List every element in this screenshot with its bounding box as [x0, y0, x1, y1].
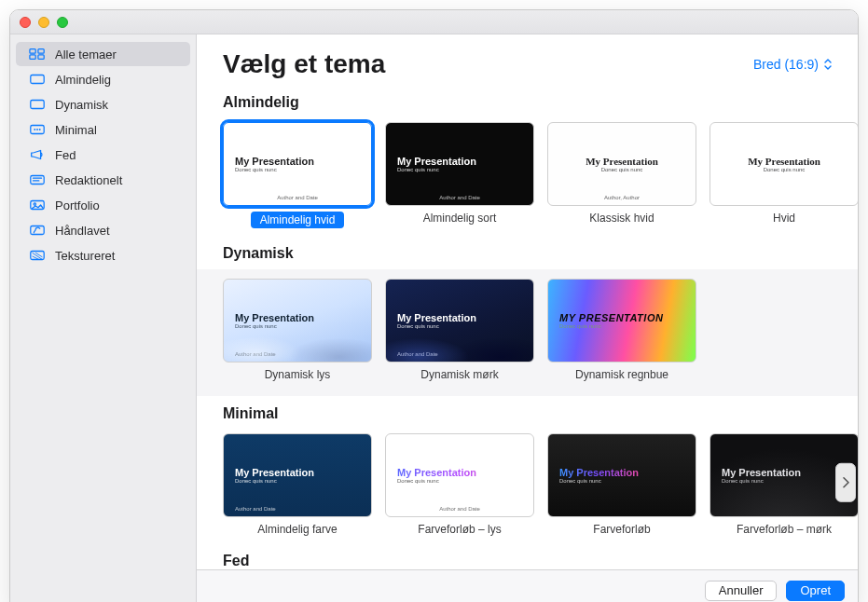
sidebar-item-dynamisk[interactable]: Dynamisk: [16, 92, 190, 116]
section-heading: Fed: [197, 543, 858, 569]
theme-name-label: Almindelig farve: [257, 523, 337, 536]
theme-thumbnail[interactable]: My PresentationDonec quis nuncAuthor and…: [385, 433, 534, 517]
theme-row: My PresentationDonec quis nuncAuthor and…: [197, 430, 858, 543]
themes-scroll-area[interactable]: AlmindeligMy PresentationDonec quis nunc…: [197, 85, 858, 569]
sidebar-item-label: Tekstureret: [55, 249, 115, 263]
svg-rect-10: [31, 176, 44, 185]
theme-chooser-window: Alle temaerAlmindeligDynamiskMinimalFedR…: [9, 9, 859, 602]
thumb-title: My Presentation: [548, 467, 696, 478]
svg-rect-3: [38, 55, 44, 60]
texture-icon: [29, 249, 46, 262]
sidebar-item-tekstureret[interactable]: Tekstureret: [16, 243, 190, 267]
dialog-footer: Annuller Opret: [197, 569, 858, 602]
thumb-title: My Presentation: [386, 312, 533, 323]
theme-thumbnail[interactable]: My PresentationDonec quis nuncAuthor and…: [223, 279, 372, 363]
row-next-button[interactable]: [835, 463, 856, 502]
page-title: Vælg et tema: [223, 49, 385, 79]
sidebar-item-portfolio[interactable]: Portfolio: [16, 193, 190, 217]
sidebar-item-fed[interactable]: Fed: [16, 143, 190, 167]
brush-icon: [29, 224, 46, 237]
theme-almindelig-farve[interactable]: My PresentationDonec quis nuncAuthor and…: [223, 433, 372, 536]
theme-thumbnail[interactable]: My PresentationDonec quis nunc: [710, 122, 858, 206]
theme-thumbnail[interactable]: My PresentationDonec quis nunc: [547, 433, 696, 517]
thumb-subtitle: Donec quis nunc: [386, 167, 533, 172]
window-minimize-button[interactable]: [38, 17, 49, 28]
dots-icon: [29, 123, 46, 136]
sidebar-item-alle-temaer[interactable]: Alle temaer: [16, 42, 190, 66]
sidebar-item-redaktionelt[interactable]: Redaktionelt: [16, 168, 190, 192]
theme-row: My PresentationDonec quis nuncAuthor and…: [197, 118, 858, 236]
sidebar-item-almindelig[interactable]: Almindelig: [16, 67, 190, 91]
svg-rect-0: [30, 49, 35, 54]
theme-thumbnail[interactable]: My PresentationDonec quis nuncAuthor and…: [223, 122, 372, 206]
window-zoom-button[interactable]: [57, 17, 68, 28]
svg-point-9: [39, 129, 41, 130]
section-heading: Minimal: [197, 396, 858, 430]
thumb-title: My Presentation: [224, 156, 371, 167]
theme-thumbnail[interactable]: MY PRESENTATIONDonec quis nunc: [547, 279, 696, 363]
sidebar-item-label: Almindelig: [55, 73, 111, 87]
sidebar-item-label: Alle temaer: [55, 48, 117, 62]
thumb-subtitle: Donec quis nunc: [224, 167, 371, 172]
rect-icon: [29, 98, 46, 111]
create-button[interactable]: Opret: [786, 581, 845, 601]
thumb-footer: Author and Date: [386, 351, 533, 357]
megaphone-icon: [29, 148, 46, 161]
thumb-title: My Presentation: [224, 467, 371, 478]
aspect-ratio-button[interactable]: Bred (16:9): [753, 57, 832, 72]
text-icon: [29, 173, 46, 186]
cancel-button[interactable]: Annuller: [705, 581, 778, 601]
theme-name-label: Farveforløb – mørk: [737, 523, 832, 536]
thumb-title: My Presentation: [710, 156, 858, 167]
sidebar-item-label: Minimal: [55, 123, 97, 137]
svg-rect-2: [30, 55, 35, 60]
theme-thumbnail[interactable]: My PresentationDonec quis nuncAuthor and…: [223, 433, 372, 517]
thumb-subtitle: Donec quis nunc: [386, 478, 533, 484]
sidebar-item-label: Fed: [55, 148, 76, 162]
theme-name-label: Dynamisk regnbue: [575, 368, 668, 381]
theme-farveforløb[interactable]: My PresentationDonec quis nuncFarveforlø…: [547, 433, 696, 536]
category-sidebar: Alle temaerAlmindeligDynamiskMinimalFedR…: [10, 34, 197, 602]
theme-name-label: Hvid: [773, 212, 795, 225]
theme-hvid[interactable]: My PresentationDonec quis nuncHvid: [710, 122, 858, 228]
thumb-footer: Author and Date: [224, 351, 371, 357]
theme-name-label: Farveforløb – lys: [418, 523, 501, 536]
theme-almindelig-sort[interactable]: My PresentationDonec quis nuncAuthor and…: [385, 122, 534, 228]
section-heading: Almindelig: [197, 85, 858, 118]
thumb-footer: Author, Author: [548, 195, 696, 200]
thumb-footer: Author and Date: [224, 195, 371, 200]
sidebar-item-minimal[interactable]: Minimal: [16, 117, 190, 142]
sidebar-item-label: Håndlavet: [55, 224, 110, 238]
theme-name-label: Almindelig sort: [423, 212, 497, 225]
theme-dynamisk-lys[interactable]: My PresentationDonec quis nuncAuthor and…: [223, 279, 372, 381]
theme-dynamisk-mørk[interactable]: My PresentationDonec quis nuncAuthor and…: [385, 279, 534, 381]
sidebar-item-label: Redaktionelt: [55, 173, 122, 187]
sidebar-item-label: Portfolio: [55, 198, 100, 212]
theme-row: My PresentationDonec quis nuncAuthor and…: [197, 269, 858, 396]
svg-point-14: [34, 203, 35, 205]
window-titlebar: [10, 10, 858, 34]
image-icon: [29, 198, 46, 212]
theme-farveforløb-lys[interactable]: My PresentationDonec quis nuncAuthor and…: [385, 433, 534, 536]
theme-name-label: Dynamisk mørk: [420, 368, 498, 381]
theme-thumbnail[interactable]: My PresentationDonec quis nuncAuthor and…: [385, 122, 534, 206]
rect-icon: [29, 73, 46, 86]
theme-almindelig-hvid[interactable]: My PresentationDonec quis nuncAuthor and…: [223, 122, 372, 228]
window-close-button[interactable]: [20, 17, 31, 28]
theme-name-label: Klassisk hvid: [589, 212, 654, 225]
grid-icon: [29, 48, 46, 61]
thumb-title: My Presentation: [386, 156, 533, 167]
thumb-title: My Presentation: [548, 156, 696, 167]
thumb-subtitle: Donec quis nunc: [548, 167, 696, 172]
theme-dynamisk-regnbue[interactable]: MY PRESENTATIONDonec quis nuncDynamisk r…: [547, 279, 696, 381]
thumb-footer: Author and Date: [224, 506, 371, 512]
thumb-subtitle: Donec quis nunc: [710, 167, 858, 172]
theme-thumbnail[interactable]: My PresentationDonec quis nuncAuthor, Au…: [547, 122, 696, 206]
section-heading: Dynamisk: [197, 236, 858, 269]
sidebar-item-håndlavet[interactable]: Håndlavet: [16, 218, 190, 242]
thumb-title: MY PRESENTATION: [548, 312, 696, 323]
theme-name-label: Farveforløb: [593, 523, 650, 536]
theme-klassisk-hvid[interactable]: My PresentationDonec quis nuncAuthor, Au…: [547, 122, 696, 228]
theme-thumbnail[interactable]: My PresentationDonec quis nuncAuthor and…: [385, 279, 534, 363]
aspect-ratio-label: Bred (16:9): [753, 57, 819, 72]
